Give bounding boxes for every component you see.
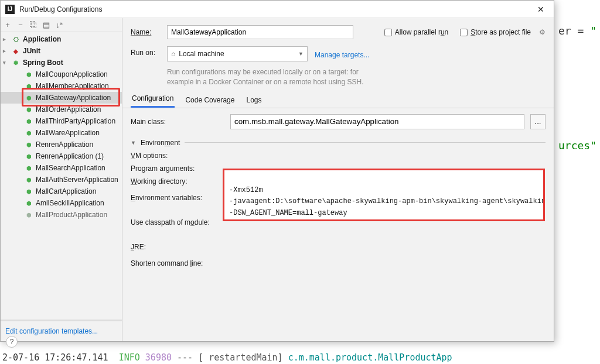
main-class-browse-button[interactable]: ... <box>530 114 546 129</box>
tree-item-label: AmllSeckillApplication <box>36 199 104 207</box>
name-row: Name: Allow parallel run Store as projec… <box>122 22 554 43</box>
add-config-button[interactable]: + <box>3 20 12 29</box>
spring-boot-icon: ⬢ <box>24 175 33 184</box>
intellij-icon: IJ <box>5 5 15 14</box>
tree-root-application[interactable]: ▸ ⎔ Application <box>1 33 122 45</box>
config-area: Main class: ... ▼ Environment VM options… <box>122 108 554 341</box>
spring-boot-icon: ⬢ <box>24 128 33 138</box>
vm-options-row: VM options: <box>131 152 546 160</box>
separator <box>185 142 546 143</box>
remove-config-button[interactable]: − <box>16 20 25 29</box>
program-args-label: Program arguments: <box>131 164 224 173</box>
edit-config-templates-link[interactable]: Edit configuration templates... <box>1 321 122 341</box>
spring-boot-icon: ⬢ <box>24 163 33 173</box>
spring-boot-icon: ⬢ <box>24 198 33 208</box>
chevron-down-icon: ▼ <box>298 51 304 57</box>
dialog-titlebar: IJ Run/Debug Configurations ✕ <box>1 1 554 18</box>
gear-icon[interactable]: ⚙ <box>539 28 546 36</box>
config-tabs: Configuration Code Coverage Logs <box>122 92 554 108</box>
runon-row: Run on: ⌂ Local machine ▼ Manage targets… <box>122 43 554 65</box>
tree-item-label: MallMemberApplication <box>36 82 109 90</box>
tree-label: Spring Boot <box>23 59 63 67</box>
tab-code-coverage[interactable]: Code Coverage <box>184 92 236 108</box>
config-tree[interactable]: ▸ ⎔ Application ▸ ◆ JUnit ▾ ❃ Spring Boo… <box>1 32 122 320</box>
classpath-label: Use classpath of module: <box>131 218 224 226</box>
environment-label: Environment <box>141 139 180 147</box>
tree-item[interactable]: ⬢MallGatewayApplication <box>1 92 122 104</box>
tree-item-label: MallOrderApplication <box>36 105 101 114</box>
tree-item[interactable]: ⬢MallSearchApplication <box>1 162 122 174</box>
store-project-label: Store as project file <box>471 28 531 36</box>
tree-item[interactable]: ⬢MallWareApplication <box>1 127 122 139</box>
editor-fragment-2: urces" <box>558 139 596 152</box>
shorten-row: Shorten command line: <box>131 259 546 267</box>
name-input[interactable] <box>167 25 353 39</box>
spring-boot-icon: ⬢ <box>24 140 33 149</box>
left-panel: + − ⿻ ▤ ↓ᵃ ▸ ⎔ Application ▸ ◆ JUnit ▾ <box>1 18 122 341</box>
tree-item[interactable]: ⬢MallProductApplication <box>1 209 122 221</box>
tab-configuration[interactable]: Configuration <box>131 91 175 108</box>
tree-item[interactable]: ⬢MallOrderApplication <box>1 104 122 115</box>
manage-targets-link[interactable]: Manage targets... <box>315 49 369 59</box>
dialog-title: Run/Debug Configurations <box>19 5 533 13</box>
save-config-button[interactable]: ▤ <box>42 20 51 29</box>
store-project-checkbox[interactable]: Store as project file <box>460 28 531 36</box>
tree-label: JUnit <box>23 47 40 55</box>
spring-boot-icon: ⬢ <box>24 116 33 126</box>
spring-icon: ❃ <box>11 58 21 67</box>
sort-config-button[interactable]: ↓ᵃ <box>54 20 64 29</box>
tree-item-label: MallProductApplication <box>36 211 107 219</box>
store-project-input[interactable] <box>460 29 468 36</box>
tree-item-label: MallThirdPartyApplication <box>36 117 115 125</box>
collapse-arrow-icon[interactable]: ▾ <box>3 60 11 66</box>
tree-item[interactable]: ⬢MallCartApplication <box>1 186 122 197</box>
home-icon: ⌂ <box>171 50 175 58</box>
environment-section[interactable]: ▼ Environment <box>131 139 546 147</box>
tree-item[interactable]: ⬢MallMemberApplication <box>1 80 122 92</box>
section-collapse-icon[interactable]: ▼ <box>131 140 136 146</box>
tree-item-label: MallGatewayApplication <box>36 94 111 102</box>
tree-item-label: MallWareApplication <box>36 129 100 137</box>
runon-label: Run on: <box>131 46 161 57</box>
tree-item[interactable]: ⬢MallAuthServerApplication <box>1 174 122 186</box>
spring-boot-icon: ⬢ <box>24 187 33 196</box>
tree-root-springboot[interactable]: ▾ ❃ Spring Boot <box>1 57 122 68</box>
jre-row: JRE: <box>131 243 546 251</box>
shorten-label: Shorten command line: <box>131 259 224 267</box>
application-icon: ⎔ <box>11 35 21 44</box>
junit-icon: ◆ <box>11 46 21 56</box>
runon-value: Local machine <box>179 50 224 58</box>
help-button[interactable]: ? <box>6 336 18 348</box>
jre-label: JRE: <box>131 243 224 251</box>
copy-config-button[interactable]: ⿻ <box>29 20 38 29</box>
runon-combo[interactable]: ⌂ Local machine ▼ <box>167 46 308 61</box>
name-label: Name: <box>131 28 161 36</box>
tree-item[interactable]: ⬢RenrenApplication (1) <box>1 150 122 162</box>
config-toolbar: + − ⿻ ▤ ↓ᵃ <box>1 18 122 32</box>
working-dir-label: Working directory: <box>131 177 224 186</box>
tree-item[interactable]: ⬢MallCouponApplication <box>1 68 122 80</box>
tree-item[interactable]: ⬢RenrenApplication <box>1 139 122 150</box>
tree-label: Application <box>23 35 61 43</box>
tree-root-junit[interactable]: ▸ ◆ JUnit <box>1 45 122 57</box>
spring-boot-icon: ⬢ <box>24 93 33 102</box>
spring-boot-icon: ⬢ <box>24 210 33 219</box>
main-class-input[interactable] <box>230 114 524 129</box>
expand-arrow-icon[interactable]: ▸ <box>3 48 11 54</box>
tree-item-label: MallSearchApplication <box>36 164 105 172</box>
console-log-line: 2-07-16 17:26:47.141 INFO 36980 --- [ re… <box>0 351 600 364</box>
vm-options-textarea[interactable]: -Xmx512m -javaagent:D:\software\apache-s… <box>223 169 545 221</box>
runon-hint: Run configurations may be executed local… <box>122 65 554 92</box>
tree-item[interactable]: ⬢AmllSeckillApplication <box>1 197 122 209</box>
main-class-label: Main class: <box>131 118 224 126</box>
allow-parallel-checkbox[interactable]: Allow parallel run <box>384 28 448 36</box>
env-vars-label: Environment variables: <box>131 194 224 202</box>
tree-item-label: RenrenApplication <box>36 140 93 149</box>
close-icon[interactable]: ✕ <box>533 2 549 16</box>
vm-options-label: VM options: <box>131 152 224 160</box>
tree-item-label: MallCartApplication <box>36 187 96 195</box>
allow-parallel-input[interactable] <box>384 29 392 36</box>
tree-item[interactable]: ⬢MallThirdPartyApplication <box>1 115 122 127</box>
expand-arrow-icon[interactable]: ▸ <box>3 36 11 42</box>
tab-logs[interactable]: Logs <box>245 92 262 108</box>
